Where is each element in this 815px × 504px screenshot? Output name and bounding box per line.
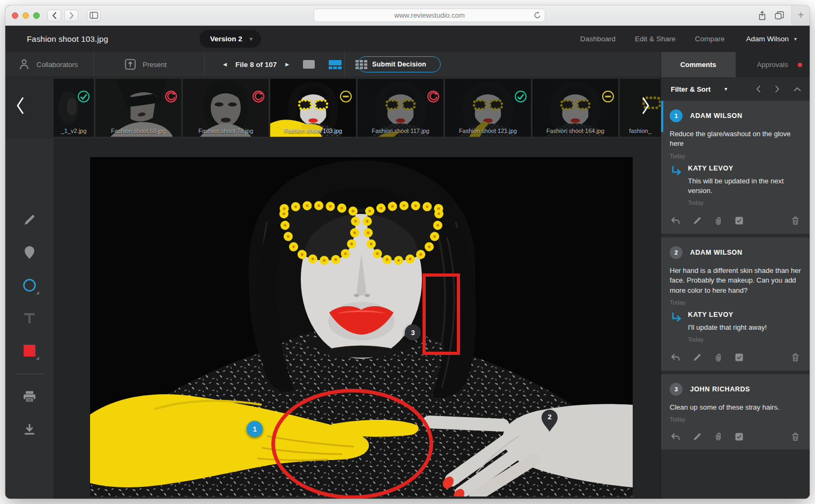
comment-pin-3[interactable]: 3 — [405, 324, 421, 340]
status-approved-icon[interactable] — [515, 91, 527, 102]
thumbnail-fashion-shoot-78[interactable]: Fashion shoot 78.jpg — [183, 79, 269, 137]
nav-edit-share[interactable]: Edit & Share — [635, 35, 676, 43]
user-menu[interactable]: Adam Wilson ▾ — [746, 35, 797, 43]
resolve-checkbox-button[interactable] — [734, 432, 744, 442]
reply-text: This will be updated in the next version… — [688, 176, 801, 196]
submit-decision-button[interactable]: Submit Decision — [358, 56, 441, 72]
view-single-button[interactable] — [301, 58, 317, 71]
comment-card-2[interactable]: 2 ADAM WILSON Her hand is a different sk… — [661, 238, 810, 370]
minimize-window-button[interactable] — [23, 12, 29, 19]
present-icon — [125, 59, 136, 70]
next-comment-button[interactable] — [774, 84, 781, 94]
tab-overview-button[interactable] — [772, 10, 786, 21]
reload-icon[interactable] — [534, 11, 541, 19]
thumbnail-label: Fashion shoot 164.jpg — [532, 128, 618, 134]
thumbnail-fashion-shoot-117[interactable]: Fashion shoot 117.jpg — [358, 79, 443, 137]
comment-reply: KATY LEVOY I'll update that right away! … — [671, 311, 801, 347]
delete-button[interactable] — [791, 352, 800, 362]
paperclip-icon — [715, 353, 722, 362]
thumbnail-fashion-shoot-103-selected[interactable]: Fashion shoot 103.jpg — [270, 79, 356, 137]
delete-button[interactable] — [791, 216, 800, 226]
present-button[interactable]: Present — [94, 52, 205, 77]
selected-comment-indicator — [661, 101, 663, 132]
printer-icon — [23, 391, 36, 403]
review-canvas[interactable]: 1 3 2 — [54, 138, 661, 499]
tab-comments[interactable]: Comments — [661, 52, 736, 77]
pin-tool-button[interactable] — [18, 241, 41, 264]
print-button[interactable] — [18, 385, 41, 409]
reply-button[interactable] — [670, 432, 681, 442]
status-approved-icon[interactable] — [78, 91, 90, 102]
reply-timestamp: Today — [688, 199, 801, 206]
status-request-changes-icon[interactable] — [253, 91, 264, 102]
resolve-checkbox-button[interactable] — [734, 216, 744, 226]
status-request-changes-icon[interactable] — [427, 91, 439, 102]
trash-icon — [792, 353, 799, 361]
view-filmstrip-button[interactable] — [327, 58, 344, 71]
attach-button[interactable] — [714, 216, 723, 226]
prev-comment-button[interactable] — [755, 84, 762, 94]
resolve-checkbox-button[interactable] — [734, 352, 744, 362]
reply-button[interactable] — [670, 216, 681, 226]
edit-button[interactable] — [692, 216, 702, 226]
edit-button[interactable] — [692, 432, 702, 442]
browser-back-button[interactable] — [47, 10, 61, 21]
new-tab-button[interactable]: + — [791, 5, 810, 25]
filmstrip-prev-button[interactable] — [14, 94, 27, 117]
draw-tool-button[interactable] — [18, 208, 41, 232]
trash-icon — [792, 217, 799, 225]
person-icon — [19, 59, 29, 70]
next-file-button[interactable]: ▶ — [283, 60, 291, 69]
comment-pin-2[interactable]: 2 — [541, 409, 558, 433]
browser-forward-button[interactable] — [64, 10, 78, 21]
reply-icon — [671, 217, 680, 225]
comment-pin-1[interactable]: 1 — [247, 421, 263, 437]
prev-file-button[interactable]: ◀ — [221, 60, 229, 69]
download-button[interactable] — [18, 418, 41, 441]
submenu-corner-icon — [36, 357, 39, 360]
submenu-corner-icon — [36, 291, 39, 294]
comment-author: JOHN RICHARDS — [690, 386, 750, 393]
annotation-tool-sidebar — [5, 138, 54, 499]
filter-sort-dropdown[interactable]: Filter & Sort ▾ — [671, 85, 727, 93]
annotation-rectangle[interactable] — [423, 273, 460, 355]
comment-card-1[interactable]: 1 ADAM WILSON Reduce the glare/washout o… — [661, 101, 810, 234]
status-on-hold-icon[interactable] — [340, 91, 352, 102]
collaborators-button[interactable]: Collaborators — [5, 52, 94, 77]
reply-icon — [671, 433, 680, 441]
thumbnail-fashion-shoot-121[interactable]: Fashion shoot 121.jpg — [445, 79, 531, 137]
version-selector[interactable]: Version 2 ▾ — [199, 30, 261, 48]
edit-button[interactable] — [692, 352, 702, 362]
tab-approvals[interactable]: Approvals — [736, 52, 810, 77]
filmstrip-next-button[interactable] — [639, 94, 652, 117]
zoom-window-button[interactable] — [33, 12, 40, 19]
reply-text: I'll update that right away! — [688, 323, 767, 332]
close-window-button[interactable] — [12, 12, 18, 19]
attach-button[interactable] — [714, 431, 723, 442]
address-bar[interactable]: www.reviewstudio.com — [314, 9, 545, 22]
thumbnail-1-v2[interactable]: _1_v2.jpg — [54, 79, 94, 137]
annotation-circle[interactable] — [271, 389, 433, 499]
delete-button[interactable] — [791, 432, 800, 442]
thumbnail-fashion-shoot-164[interactable]: Fashion shoot 164.jpg — [532, 79, 618, 137]
status-request-changes-icon[interactable] — [165, 91, 177, 102]
ellipse-tool-button[interactable] — [18, 273, 41, 297]
sidebar-toggle-button[interactable] — [87, 10, 101, 21]
nav-compare[interactable]: Compare — [695, 35, 725, 43]
comment-reply: KATY LEVOY This will be updated in the n… — [671, 165, 801, 211]
checkbox-icon — [735, 353, 743, 361]
text-tool-button[interactable] — [18, 306, 41, 330]
attach-button[interactable] — [714, 352, 723, 363]
thumbnail-fashion-shoot-68[interactable]: Fashion shoot 68.jpg — [95, 79, 181, 137]
status-on-hold-icon[interactable] — [602, 91, 614, 102]
nav-dashboard[interactable]: Dashboard — [580, 35, 616, 43]
rectangle-tool-button[interactable] — [18, 339, 41, 362]
share-button[interactable] — [755, 10, 769, 21]
reply-branch-icon — [671, 312, 683, 323]
reply-button[interactable] — [670, 352, 681, 362]
app-nav: Dashboard Edit & Share Compare — [580, 35, 724, 43]
collapse-panel-button[interactable] — [792, 84, 802, 94]
comment-card-3[interactable]: 3 JOHN RICHARDS Clean up some of these s… — [661, 374, 810, 449]
review-image[interactable]: 1 3 2 — [90, 157, 633, 496]
approvals-notification-dot — [798, 63, 802, 67]
